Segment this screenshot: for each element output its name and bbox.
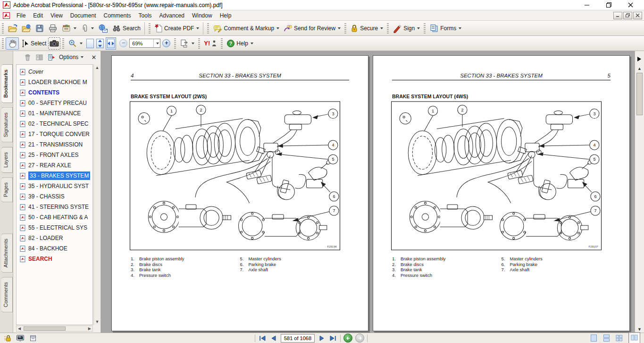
sign-button[interactable]: Sign: [391, 22, 422, 34]
create-pdf-button[interactable]: Create PDF: [152, 22, 201, 34]
menu-window[interactable]: Window: [188, 11, 216, 20]
bookmark-item[interactable]: 27 - REAR AXLE: [17, 160, 92, 171]
frame-icon[interactable]: [29, 334, 37, 342]
zoom-tool-button[interactable]: [66, 37, 84, 50]
bookmark-item[interactable]: 21 - TRANSMISSION: [17, 139, 92, 150]
bookmarks-horizontal-scrollbar[interactable]: ◀ ▶: [16, 326, 93, 332]
snapshot-tool-button[interactable]: [48, 37, 60, 50]
bookmark-item[interactable]: 50 - CAB HEATING & A: [17, 212, 92, 223]
bookmark-item[interactable]: 02 - TECHNICAL SPEC: [17, 119, 92, 129]
zoom-in-button[interactable]: +: [160, 37, 172, 50]
close-button[interactable]: [619, 0, 641, 10]
next-page-button[interactable]: [318, 334, 326, 343]
bookmarks-vertical-scrollbar[interactable]: ▲ ▼: [93, 64, 100, 325]
menu-help[interactable]: Help: [216, 11, 235, 20]
document-area[interactable]: 4 SECTION 33 - BRAKES SYSTEM BRAKE SYSTE…: [101, 51, 635, 333]
bookmark-item[interactable]: 35 - HYDRAULIC SYST: [17, 181, 92, 191]
attach-button[interactable]: [78, 22, 96, 34]
bookmark-item[interactable]: 01 - MAINTENANCE: [17, 108, 92, 119]
organizer-button[interactable]: [59, 22, 78, 34]
hand-tool-button[interactable]: [6, 37, 19, 50]
restore-button[interactable]: [598, 0, 619, 10]
open-web-button[interactable]: [19, 22, 33, 34]
open-button[interactable]: [6, 22, 19, 34]
scroll-up-icon[interactable]: ▲: [635, 66, 644, 71]
doc-restore-button[interactable]: [623, 12, 632, 19]
scroll-up-icon[interactable]: ▲: [95, 65, 100, 70]
bookmark-item[interactable]: 00 - SAFETY PRECAU: [17, 98, 92, 108]
send-for-review-button[interactable]: Send for Review: [281, 22, 343, 34]
toolbar-gripper[interactable]: [344, 23, 346, 34]
previous-page-button[interactable]: [269, 334, 278, 343]
menu-view[interactable]: View: [47, 11, 67, 20]
zoom-level-combo[interactable]: 69%: [129, 39, 160, 48]
toolbar-gripper[interactable]: [62, 38, 64, 49]
security-lock-icon[interactable]: [4, 334, 11, 342]
forms-button[interactable]: Forms: [427, 22, 463, 34]
first-page-button[interactable]: [258, 334, 267, 343]
zoom-out-button[interactable]: −: [117, 37, 129, 50]
email-button[interactable]: [96, 22, 110, 34]
toolbar-gripper[interactable]: [424, 23, 426, 34]
expand-bookmark-icon[interactable]: [35, 53, 43, 61]
bookmark-item[interactable]: Cover: [17, 67, 92, 77]
page-layout-button[interactable]: [178, 37, 196, 50]
bookmark-item[interactable]: 84 - BACKHOE: [17, 243, 92, 254]
menu-file[interactable]: File: [13, 11, 29, 20]
bookmark-item[interactable]: 39 - CHASSIS: [17, 191, 92, 202]
continuous-facing-button[interactable]: [628, 332, 640, 343]
search-button[interactable]: Search: [110, 22, 142, 34]
delete-bookmark-icon[interactable]: [24, 53, 32, 61]
minimize-button[interactable]: [576, 0, 598, 10]
previous-view-button[interactable]: [343, 334, 352, 343]
menu-comments[interactable]: Comments: [100, 11, 135, 20]
select-tool-button[interactable]: Select: [19, 37, 48, 50]
facing-icon[interactable]: [616, 334, 623, 342]
doc-close-button[interactable]: [633, 12, 642, 19]
scroll-down-icon[interactable]: ▼: [95, 319, 100, 324]
options-menu[interactable]: Options: [59, 54, 84, 60]
page-indicator-input[interactable]: [281, 334, 315, 343]
show-howto-pane-icon[interactable]: [637, 57, 641, 61]
bookmark-item-selected[interactable]: 33 - BRAKES SYSTEM: [17, 171, 92, 181]
bookmark-item[interactable]: 41 - STEERING SYSTE: [17, 202, 92, 212]
bookmark-item[interactable]: 25 - FRONT AXLES: [17, 150, 92, 160]
tab-comments[interactable]: Comments: [1, 277, 13, 312]
bookmark-item[interactable]: 55 - ELECTRICAL SYS: [17, 223, 92, 233]
zoom-level-dropdown[interactable]: [153, 39, 160, 47]
secure-button[interactable]: Secure: [348, 22, 385, 34]
scroll-right-icon[interactable]: ▶: [87, 326, 92, 331]
tab-attachments[interactable]: Attachments: [1, 233, 13, 273]
last-page-button[interactable]: [329, 334, 337, 343]
fit-width-button[interactable]: [107, 39, 115, 48]
doc-minimize-button[interactable]: [613, 12, 622, 19]
panel-close-icon[interactable]: ✕: [90, 54, 98, 61]
tab-pages[interactable]: Pages: [1, 177, 13, 202]
toolbar-gripper[interactable]: [198, 38, 200, 49]
toolbar-gripper[interactable]: [174, 38, 176, 49]
goto-bookmark-icon[interactable]: [47, 53, 55, 61]
bookmark-item[interactable]: LOADER BACKHOE M: [17, 77, 92, 87]
single-page-icon[interactable]: [590, 334, 597, 342]
scroll-down-icon[interactable]: ▼: [635, 327, 644, 332]
next-view-button[interactable]: [355, 334, 364, 343]
menu-document[interactable]: Document: [67, 11, 100, 20]
toolbar-gripper[interactable]: [149, 23, 151, 34]
scrollbar-thumb[interactable]: [636, 73, 643, 115]
fit-page-button[interactable]: [96, 39, 104, 48]
yahoo-search-button[interactable]: Y!: [202, 37, 219, 50]
menu-advanced[interactable]: Advanced: [156, 11, 188, 20]
continuous-icon[interactable]: [603, 334, 610, 342]
toolbar-gripper[interactable]: [221, 38, 223, 49]
actual-size-button[interactable]: [86, 39, 94, 48]
comment-markup-button[interactable]: Comment & Markup: [211, 22, 281, 34]
bookmark-item[interactable]: CONTENTS: [17, 87, 92, 98]
toolbar-gripper[interactable]: [207, 23, 209, 34]
screen-icon[interactable]: [16, 334, 25, 342]
tab-layers[interactable]: Layers: [1, 147, 13, 173]
help-button[interactable]: ? Help: [225, 37, 255, 50]
tab-bookmarks[interactable]: Bookmarks: [1, 64, 13, 103]
toolbar-gripper[interactable]: [387, 23, 389, 34]
print-button[interactable]: [46, 22, 59, 34]
tab-signatures[interactable]: Signatures: [1, 107, 13, 143]
